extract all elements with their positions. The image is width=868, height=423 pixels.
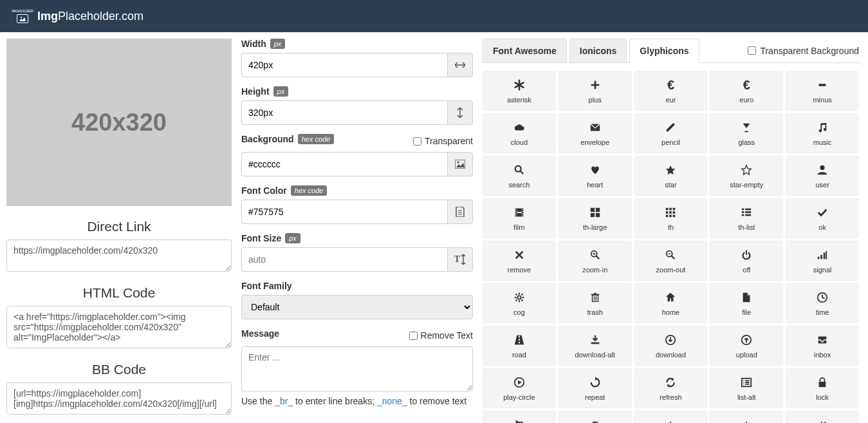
icon-cell-refresh[interactable]: refresh: [634, 368, 708, 408]
text-file-icon[interactable]: [447, 200, 473, 224]
font-family-label: Font Family: [241, 281, 292, 291]
icon-cell-inbox[interactable]: inbox: [786, 326, 859, 366]
font-color-input[interactable]: [241, 200, 447, 224]
icon-cell-list-alt[interactable]: list-alt: [710, 368, 783, 408]
brand-title: ImgPlaceholder.com: [37, 10, 143, 23]
icon-cell-th[interactable]: th: [634, 198, 708, 238]
icon-cell-repeat[interactable]: repeat: [559, 368, 632, 408]
icon-cell-film[interactable]: film: [483, 198, 556, 238]
width-icon[interactable]: [447, 53, 473, 77]
icon-cell-th-list[interactable]: th-list: [710, 198, 783, 238]
icon-cell-trash[interactable]: trash: [559, 283, 632, 323]
icon-label: search: [508, 181, 530, 189]
film-icon: [513, 205, 525, 220]
icon-cell-minus[interactable]: minus: [786, 71, 859, 111]
svg-rect-17: [515, 211, 517, 212]
transparent-checkbox[interactable]: [413, 137, 421, 146]
icon-cell-pencil[interactable]: pencil: [634, 113, 708, 153]
tab-glyphicons[interactable]: Glyphicons: [629, 39, 699, 63]
tabs-bar: Font Awesome Ionicons Glyphicons Transpa…: [483, 39, 862, 63]
direct-link-field[interactable]: https://imgplaceholder.com/420x320: [6, 240, 232, 272]
svg-line-10: [521, 171, 524, 174]
direct-link-title: Direct Link: [6, 219, 232, 234]
icon-cell-cloud[interactable]: cloud: [483, 113, 556, 153]
background-label: Background: [241, 134, 294, 144]
upload-icon: [741, 333, 752, 347]
icon-cell-euro[interactable]: €euro: [710, 71, 783, 111]
icon-cell-file[interactable]: file: [710, 283, 783, 323]
icon-cell-envelope[interactable]: envelope: [559, 113, 632, 153]
icon-cell-off[interactable]: off: [710, 241, 783, 281]
icon-cell-eur[interactable]: €eur: [634, 71, 708, 111]
message-input[interactable]: [241, 346, 473, 391]
font-family-select[interactable]: Default: [241, 295, 473, 319]
svg-rect-25: [596, 208, 600, 212]
hint-none-link[interactable]: _none_: [377, 396, 407, 406]
background-input[interactable]: [241, 152, 447, 176]
file-icon: [741, 290, 752, 305]
icon-cell-zoom-out[interactable]: zoom-out: [634, 241, 708, 281]
tab-font-awesome[interactable]: Font Awesome: [483, 39, 567, 62]
svg-rect-14: [517, 209, 521, 212]
icon-cell-glass[interactable]: glass: [710, 113, 783, 153]
icon-label: play-circle: [503, 393, 535, 401]
html-code-field[interactable]: <a href="https://imgplaceholder.com"><im…: [6, 306, 232, 348]
icon-cell-headphones[interactable]: headphones: [559, 411, 632, 423]
icon-label: glass: [738, 138, 755, 146]
icon-cell-plus[interactable]: plus: [559, 71, 632, 111]
icon-label: star-empty: [730, 181, 763, 189]
hint-br-link[interactable]: _br_: [275, 396, 293, 406]
tab-ionicons[interactable]: Ionicons: [569, 39, 627, 62]
minus-icon: [817, 78, 828, 92]
height-input[interactable]: [241, 100, 447, 125]
font-size-input[interactable]: [241, 247, 447, 272]
icon-cell-ok[interactable]: ok: [786, 198, 859, 238]
icon-cell-download-alt[interactable]: download-alt: [559, 326, 632, 366]
svg-rect-41: [742, 214, 744, 216]
th-list-icon: [741, 205, 752, 220]
transparent-bg-checkbox[interactable]: [748, 46, 756, 55]
icon-label: list-alt: [737, 393, 756, 401]
svg-rect-40: [745, 211, 751, 213]
width-input[interactable]: [241, 53, 447, 77]
icon-cell-signal[interactable]: signal: [786, 241, 859, 281]
icon-cell-search[interactable]: search: [483, 156, 556, 196]
height-icon[interactable]: [447, 100, 473, 125]
icon-cell-music[interactable]: music: [786, 113, 859, 153]
icon-cell-th-large[interactable]: th-large: [559, 198, 632, 238]
icon-label: signal: [813, 266, 832, 274]
icon-cell-volume-down[interactable]: volume-down: [710, 411, 783, 423]
icon-cell-asterisk[interactable]: asterisk: [483, 71, 556, 111]
icon-cell-remove[interactable]: remove: [483, 241, 556, 281]
svg-rect-22: [522, 213, 523, 214]
icon-cell-play-circle[interactable]: play-circle: [483, 368, 556, 408]
icon-cell-volume-off[interactable]: volume-off: [634, 411, 708, 423]
icon-cell-download[interactable]: download: [634, 326, 708, 366]
logo: IMGHOLDER: [13, 8, 32, 24]
icon-cell-volume-up[interactable]: volume-up: [786, 411, 859, 423]
icon-cell-heart[interactable]: heart: [559, 156, 632, 196]
icon-cell-flag[interactable]: flag: [483, 411, 556, 423]
icon-cell-time[interactable]: time: [786, 283, 859, 323]
text-height-icon[interactable]: T: [447, 247, 473, 272]
transparent-checkbox-label[interactable]: Transparent: [413, 136, 473, 146]
icon-cell-star[interactable]: star: [634, 156, 708, 196]
app-header: IMGHOLDER ImgPlaceholder.com: [0, 0, 868, 32]
remove-text-label[interactable]: Remove Text: [409, 330, 473, 341]
icon-cell-road[interactable]: road: [483, 326, 556, 366]
svg-rect-6: [819, 84, 826, 86]
icon-cell-lock[interactable]: lock: [786, 368, 859, 408]
bb-code-field[interactable]: [url=https://imgplaceholder.com][img]htt…: [6, 382, 232, 415]
icon-cell-cog[interactable]: cog: [483, 283, 556, 323]
icon-cell-user[interactable]: user: [786, 156, 859, 196]
picture-icon[interactable]: [447, 152, 473, 176]
icon-label: zoom-in: [582, 266, 607, 274]
transparent-bg-label[interactable]: Transparent Background: [748, 46, 862, 56]
icon-cell-zoom-in[interactable]: zoom-in: [559, 241, 632, 281]
icon-cell-home[interactable]: home: [634, 283, 708, 323]
remove-text-checkbox[interactable]: [409, 332, 418, 340]
icon-label: file: [742, 308, 751, 316]
icon-cell-star-empty[interactable]: star-empty: [710, 156, 783, 196]
icon-label: road: [512, 351, 526, 359]
icon-cell-upload[interactable]: upload: [710, 326, 783, 366]
